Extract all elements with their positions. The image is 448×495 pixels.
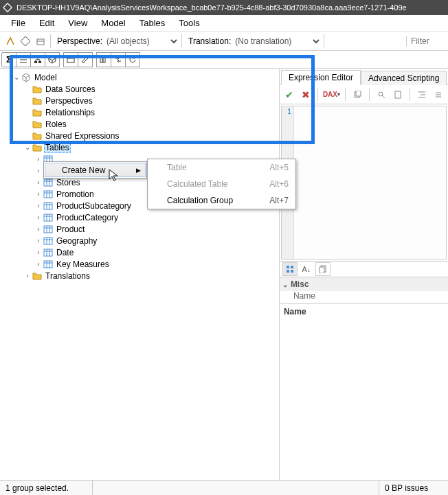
svg-line-61: [382, 95, 385, 98]
svg-rect-74: [320, 267, 324, 273]
prop-description: Name: [280, 303, 448, 480]
tree-folder-tables[interactable]: ⌄Tables: [0, 141, 279, 153]
editor-toolbar: ✔ ✖ DAX▾: [280, 85, 448, 104]
svg-rect-26: [44, 179, 52, 186]
menu-edit[interactable]: Edit: [34, 16, 60, 30]
code-editor[interactable]: 1: [281, 106, 447, 260]
table-icon: [43, 248, 54, 257]
view-iconbar: Σ: [0, 51, 448, 69]
menubar: File Edit View Model Tables Tools: [0, 15, 448, 32]
status-spacer: [93, 481, 379, 495]
cancel-icon[interactable]: ✖: [299, 88, 313, 102]
window-title: DESKTOP-HH1V9AQ\AnalysisServicesWorkspac…: [16, 3, 407, 12]
svg-rect-42: [44, 226, 52, 233]
tree-folder-perspectives[interactable]: ›Perspectives: [0, 95, 279, 106]
separator: [317, 89, 318, 101]
separator: [410, 89, 410, 101]
filter-input[interactable]: [411, 36, 445, 46]
table-row[interactable]: ›Geography: [0, 235, 279, 246]
properties-grid[interactable]: ⌄Misc Name: [280, 277, 448, 303]
iconbar-sigma[interactable]: Σ: [1, 52, 16, 67]
tab-expression-editor[interactable]: Expression Editor: [281, 70, 361, 85]
prop-category[interactable]: ⌄Misc: [280, 277, 448, 291]
table-row[interactable]: ›Key Measures: [0, 258, 279, 270]
filter-box[interactable]: [406, 36, 445, 46]
menu-file[interactable]: File: [5, 16, 31, 30]
menu-model[interactable]: Model: [96, 16, 131, 30]
chevron-right-icon: ▶: [136, 167, 141, 174]
svg-rect-50: [44, 249, 52, 256]
submenu-calculation-group[interactable]: Calculation GroupAlt+7: [148, 192, 295, 209]
find-icon[interactable]: [374, 88, 388, 102]
submenu-table[interactable]: TableAlt+5: [148, 159, 295, 176]
iconbar-columns[interactable]: [96, 52, 111, 67]
comment-icon[interactable]: [432, 88, 445, 102]
iconbar-hierarchy[interactable]: [30, 52, 45, 67]
main-toolbar: Perspective: (All objects) Translation: …: [0, 32, 448, 51]
iconbar-swap[interactable]: [111, 52, 126, 67]
dax-dropdown[interactable]: DAX▾: [323, 88, 340, 102]
status-bp: 0 BP issues: [379, 481, 448, 495]
tree-folder-translations[interactable]: ›Translations: [0, 270, 279, 281]
iconbar-window[interactable]: [63, 52, 78, 67]
table-row[interactable]: ›Date: [0, 246, 279, 258]
tree-folder-datasources[interactable]: ›Data Sources: [0, 83, 279, 95]
translation-combo[interactable]: (No translation): [232, 36, 322, 47]
menu-view[interactable]: View: [63, 16, 93, 30]
prop-categorized-icon[interactable]: [282, 262, 298, 276]
submenu-calculated-table[interactable]: Calculated TableAlt+6: [148, 176, 295, 192]
table-icon: [43, 236, 54, 246]
table-icon: [43, 189, 54, 199]
iconbar-list[interactable]: [16, 52, 31, 67]
tree-folder-sharedexp[interactable]: ›Shared Expressions: [0, 130, 279, 141]
tab-advanced-scripting[interactable]: Advanced Scripting: [361, 71, 447, 85]
iconbar-cube[interactable]: [45, 52, 60, 67]
iconbar-edit[interactable]: [78, 52, 93, 67]
svg-rect-17: [103, 57, 105, 62]
prop-pages-icon[interactable]: [315, 262, 331, 276]
expression-tabs: Expression Editor Advanced Scripting: [280, 69, 448, 85]
properties-toolbar: A↓: [280, 261, 448, 277]
translation-label: Translation:: [188, 36, 231, 46]
tree-folder-roles[interactable]: ›Roles: [0, 118, 279, 130]
table-row[interactable]: ›Product: [0, 223, 279, 235]
tree-panel: ⌄Model ›Data Sources ›Perspectives ›Rela…: [0, 69, 280, 480]
table-icon: [43, 225, 54, 234]
table-icon: [43, 178, 54, 187]
table-row[interactable]: ›ProductCategory: [0, 211, 279, 223]
code-body[interactable]: [294, 106, 446, 259]
menu-tables[interactable]: Tables: [134, 16, 171, 30]
toolbar-separator-3: [324, 34, 324, 48]
status-selection: 1 group selected.: [0, 481, 93, 495]
tree-root[interactable]: ⌄Model: [0, 71, 279, 83]
copy-icon[interactable]: [350, 88, 364, 102]
folder-icon: [32, 108, 43, 117]
chevron-down-icon: ⌄: [282, 281, 288, 288]
prop-row-name[interactable]: Name: [280, 291, 448, 303]
svg-rect-70: [291, 266, 293, 268]
svg-rect-1: [21, 36, 30, 46]
folder-icon: [32, 119, 43, 129]
svg-rect-62: [395, 91, 401, 98]
cube-icon: [21, 73, 32, 82]
svg-rect-30: [44, 191, 52, 198]
indent-icon[interactable]: [415, 88, 429, 102]
accept-icon[interactable]: ✔: [282, 88, 296, 102]
perspective-combo[interactable]: (All objects): [104, 36, 179, 47]
folder-icon: [32, 96, 43, 106]
main-area: ⌄Model ›Data Sources ›Perspectives ›Rela…: [0, 69, 448, 480]
menu-tools[interactable]: Tools: [173, 16, 205, 30]
toolbar-separator-2: [181, 34, 182, 48]
script-icon[interactable]: [391, 88, 405, 102]
separator: [369, 89, 370, 101]
right-panel: Expression Editor Advanced Scripting ✔ ✖…: [280, 69, 448, 480]
tree-folder-relationships[interactable]: ›Relationships: [0, 106, 279, 118]
svg-rect-14: [67, 57, 74, 62]
toolbar-btn-3[interactable]: [33, 34, 48, 49]
toolbar-btn-1[interactable]: [3, 34, 18, 49]
menu-create-new[interactable]: Create New▶: [45, 163, 146, 177]
prop-alpha-icon[interactable]: A↓: [299, 262, 314, 276]
iconbar-refresh[interactable]: [125, 52, 140, 67]
toolbar-btn-2[interactable]: [18, 34, 33, 49]
perspective-label: Perspective:: [57, 36, 102, 46]
